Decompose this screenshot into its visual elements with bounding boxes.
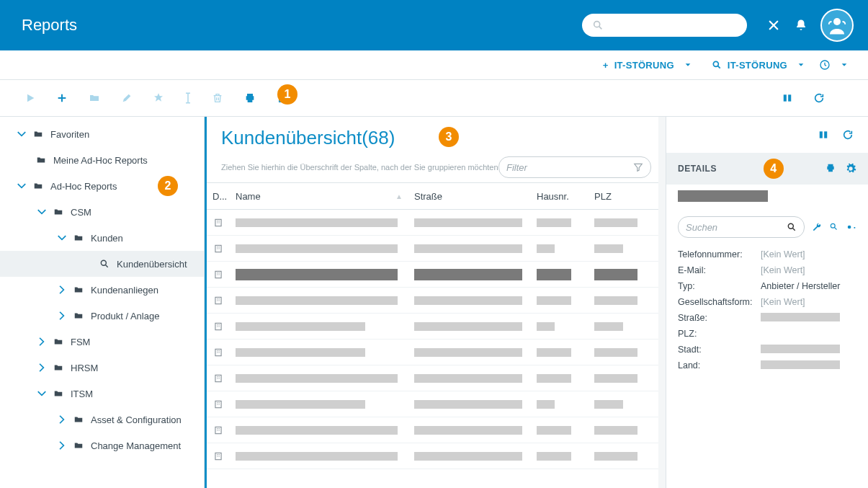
building-icon <box>207 218 230 228</box>
group-hint: Ziehen Sie hierhin die Überschrift der S… <box>221 163 498 172</box>
table-row[interactable] <box>207 314 666 340</box>
columns-icon[interactable] <box>818 130 829 140</box>
global-search[interactable] <box>582 14 747 37</box>
details-search[interactable]: Suchen <box>678 216 805 238</box>
table-row[interactable] <box>207 210 666 236</box>
annotation-marker-2: 2 <box>158 176 178 196</box>
building-icon <box>207 347 230 358</box>
filter-input[interactable]: Filter <box>498 156 651 178</box>
tree-kundenanliegen[interactable]: Kundenanliegen <box>0 277 204 303</box>
refresh-icon[interactable] <box>842 129 854 141</box>
table-row[interactable] <box>207 262 666 288</box>
user-avatar[interactable] <box>820 9 854 42</box>
table-row[interactable] <box>207 365 666 391</box>
collapse-icon[interactable] <box>55 412 69 427</box>
tree-produkt[interactable]: Produkt / Anlage <box>0 303 204 329</box>
edit-icon[interactable] <box>121 92 133 104</box>
create-it-stoerung[interactable]: + IT-STÖRUNG <box>603 60 692 71</box>
svg-rect-34 <box>215 323 221 329</box>
expand-icon[interactable] <box>55 231 69 245</box>
search-label: IT-STÖRUNG <box>728 60 787 71</box>
table-row[interactable] <box>207 288 666 314</box>
favorite-icon[interactable] <box>153 92 164 104</box>
gear-icon[interactable] <box>845 163 856 174</box>
col-name[interactable]: Name▲ <box>230 191 408 202</box>
play-icon[interactable] <box>24 92 36 104</box>
expand-icon[interactable] <box>14 179 29 193</box>
add-icon[interactable] <box>56 92 68 104</box>
tree-my-adhoc[interactable]: Meine Ad-Hoc Reports <box>0 147 204 173</box>
tree-fsm[interactable]: FSM <box>0 329 204 355</box>
field-street: Straße: <box>666 310 868 326</box>
table-row[interactable] <box>207 236 666 262</box>
chevron-down-icon[interactable] <box>841 61 848 68</box>
tree-adhoc[interactable]: Ad-Hoc Reports 2 <box>0 173 204 199</box>
folder-icon <box>72 414 85 425</box>
folder-icon <box>72 285 85 295</box>
svg-rect-49 <box>215 401 221 407</box>
col-houseno[interactable]: Hausnr. <box>531 191 589 202</box>
expand-icon[interactable] <box>35 386 49 401</box>
chevron-down-icon[interactable] <box>797 61 805 68</box>
wrench-search-icon[interactable] <box>829 222 839 232</box>
tree-csm[interactable]: CSM <box>0 199 204 225</box>
print-icon[interactable] <box>825 163 836 174</box>
expand-icon[interactable] <box>35 205 49 219</box>
search-it-stoerung[interactable]: IT-STÖRUNG <box>712 60 805 71</box>
search-icon <box>787 222 797 232</box>
folder-icon <box>72 440 85 451</box>
folder-icon[interactable] <box>88 92 101 104</box>
collapse-icon[interactable] <box>55 309 69 323</box>
tree-itsm[interactable]: ITSM <box>0 381 204 407</box>
tree-asset[interactable]: Asset & Configuration <box>0 407 204 432</box>
collapse-icon[interactable] <box>35 360 49 375</box>
tree-kundenuebersicht[interactable]: Kundenübersicht <box>0 251 204 277</box>
tree-change[interactable]: Change Management <box>0 432 204 458</box>
field-land: Land: <box>666 358 868 373</box>
svg-line-6 <box>717 66 720 68</box>
chevron-down-icon[interactable] <box>684 61 692 68</box>
field-stadt: Stadt: <box>666 342 868 358</box>
tree-hrsm[interactable]: HRSM <box>0 355 204 381</box>
col-zip[interactable]: PLZ <box>589 191 646 202</box>
collapse-icon[interactable] <box>35 334 49 349</box>
collapse-icon[interactable] <box>55 438 69 453</box>
history-menu[interactable] <box>819 59 848 71</box>
svg-point-0 <box>594 22 600 27</box>
building-icon <box>207 270 230 280</box>
folder-icon <box>52 389 65 399</box>
scrollbar[interactable] <box>658 117 666 488</box>
wrench-icon[interactable] <box>812 222 822 232</box>
tree-kunden[interactable]: Kunden <box>0 225 204 251</box>
building-icon <box>207 296 230 306</box>
plus-icon: + <box>603 60 609 71</box>
col-street[interactable]: Straße <box>408 191 531 202</box>
table-row[interactable] <box>207 443 666 469</box>
columns-icon[interactable] <box>782 93 793 103</box>
svg-rect-54 <box>215 427 221 433</box>
svg-rect-39 <box>215 349 221 355</box>
bell-icon[interactable] <box>795 19 807 32</box>
svg-rect-64 <box>820 131 823 138</box>
clear-icon[interactable] <box>767 19 780 32</box>
svg-rect-65 <box>824 131 827 138</box>
create-label: IT-STÖRUNG <box>614 60 674 71</box>
collapse-icon[interactable] <box>55 283 69 297</box>
field-typ: Typ:Anbieter / Hersteller <box>666 278 868 294</box>
print-icon[interactable] <box>243 92 256 104</box>
col-icon[interactable]: D... <box>207 191 230 202</box>
svg-rect-29 <box>215 297 221 303</box>
key-icon[interactable] <box>846 222 856 232</box>
table-row[interactable] <box>207 391 666 417</box>
building-icon <box>207 373 230 383</box>
svg-rect-44 <box>215 375 221 381</box>
tree-favorites[interactable]: Favoriten <box>0 121 204 147</box>
refresh-icon[interactable] <box>813 92 825 104</box>
delete-icon[interactable] <box>212 92 223 104</box>
sort-indicator-icon: ▲ <box>395 192 403 200</box>
svg-point-68 <box>831 223 835 228</box>
table-row[interactable] <box>207 340 666 365</box>
expand-icon[interactable] <box>14 127 29 141</box>
text-cursor-icon[interactable] <box>184 92 192 105</box>
table-row[interactable] <box>207 417 666 443</box>
